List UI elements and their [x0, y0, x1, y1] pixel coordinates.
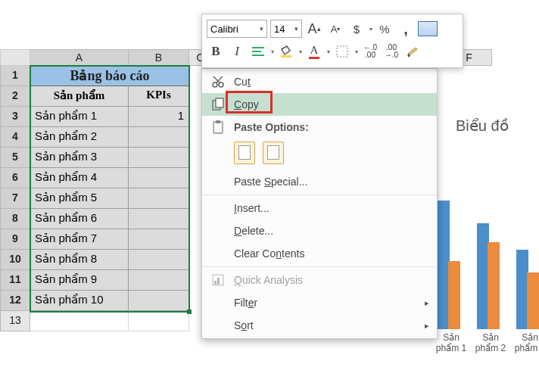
- font-size-combo[interactable]: 14 ▾: [270, 20, 302, 38]
- ctx-filter[interactable]: Filter ▸: [202, 291, 437, 314]
- context-menu: Cut Copy Paste Options: Paste Special...…: [201, 68, 438, 339]
- spreadsheet-grid: 1 2 Sản phẩm KPIs 3 Sản phẩm 1 1 4 Sản p…: [0, 66, 189, 331]
- paste-values-button[interactable]: [263, 142, 284, 164]
- svg-rect-4: [337, 46, 347, 57]
- cell[interactable]: Sản phẩm 3: [30, 148, 129, 168]
- col-header-b[interactable]: B: [129, 49, 189, 66]
- align-button[interactable]: [249, 42, 267, 61]
- chevron-down-icon[interactable]: ▾: [369, 26, 372, 33]
- cell[interactable]: [129, 188, 189, 209]
- row-header[interactable]: 4: [0, 127, 30, 148]
- decrease-font-button[interactable]: A▾: [326, 20, 344, 38]
- cell[interactable]: [129, 209, 189, 229]
- svg-rect-14: [214, 281, 217, 285]
- row-header[interactable]: 3: [0, 107, 30, 127]
- header-cell-b[interactable]: KPIs: [129, 86, 189, 107]
- font-color-button[interactable]: A: [305, 42, 323, 61]
- increase-decimal-button[interactable]: ←.0.00: [361, 42, 379, 61]
- cell[interactable]: Sản phẩm 6: [30, 209, 129, 229]
- x-axis-label: Sảnphẩm 2: [471, 332, 510, 353]
- italic-button[interactable]: I: [228, 42, 246, 61]
- ctx-quick-label: Quick Analysis: [234, 274, 303, 286]
- cell[interactable]: Sản phẩm 1: [30, 107, 129, 127]
- chevron-down-icon[interactable]: ▾: [299, 48, 302, 55]
- ctx-clear[interactable]: Clear Contents: [202, 242, 437, 265]
- bucket-icon: [279, 45, 293, 58]
- format-painter-button[interactable]: [403, 42, 422, 61]
- svg-rect-3: [281, 55, 291, 58]
- percent-button[interactable]: %: [375, 20, 394, 38]
- bold-button[interactable]: B: [207, 42, 225, 61]
- ctx-copy[interactable]: Copy: [202, 93, 437, 116]
- row-header[interactable]: 11: [0, 270, 30, 291]
- ctx-delete[interactable]: Delete...: [202, 219, 437, 242]
- fill-color-button[interactable]: [277, 42, 295, 61]
- ctx-copy-label: Copy: [234, 98, 259, 110]
- chevron-down-icon[interactable]: ▾: [355, 48, 358, 55]
- bar: [527, 272, 539, 329]
- cell[interactable]: Sản phẩm 7: [30, 229, 129, 250]
- merge-center-button[interactable]: [418, 20, 438, 38]
- header-cell-a[interactable]: Sản phẩm: [30, 86, 129, 107]
- quick-analysis-icon: [210, 272, 226, 288]
- row-header[interactable]: 5: [0, 148, 30, 168]
- cell[interactable]: [129, 291, 189, 311]
- increase-font-button[interactable]: A▴: [305, 20, 323, 38]
- row-header[interactable]: 6: [0, 168, 30, 188]
- cell[interactable]: [129, 250, 189, 270]
- cell[interactable]: [129, 148, 189, 168]
- ctx-insert[interactable]: Insert...: [202, 197, 437, 219]
- ctx-cut-label: Cut: [234, 76, 251, 88]
- ctx-sort[interactable]: Sort ▸: [202, 314, 437, 337]
- cell[interactable]: 1: [129, 107, 189, 127]
- decrease-decimal-button[interactable]: .00→.0: [382, 42, 400, 61]
- row-header[interactable]: 8: [0, 209, 30, 229]
- comma-button[interactable]: ,: [397, 20, 415, 38]
- chart-area[interactable]: Sảnphẩm 1 Sảnphẩm 2 Sảnphẩm 3: [438, 185, 539, 352]
- ctx-cut[interactable]: Cut: [202, 70, 437, 93]
- cell[interactable]: Sản phẩm 10: [30, 291, 129, 311]
- chevron-down-icon[interactable]: ▾: [271, 48, 274, 55]
- cell[interactable]: [129, 311, 189, 331]
- row-header[interactable]: 2: [0, 86, 30, 107]
- bar: [448, 261, 460, 329]
- ctx-delete-label: Delete...: [234, 225, 273, 237]
- row-header[interactable]: 13: [0, 311, 30, 331]
- svg-rect-15: [217, 278, 220, 285]
- merged-title-cell[interactable]: Bảng báo cáo: [30, 66, 189, 86]
- scissors-icon: [210, 73, 226, 90]
- row-header[interactable]: 9: [0, 229, 30, 250]
- font-name-label: Calibri: [210, 23, 238, 35]
- bar: [488, 242, 500, 329]
- separator: [202, 194, 437, 195]
- copy-icon: [210, 96, 226, 113]
- row-header[interactable]: 12: [0, 291, 30, 311]
- cell[interactable]: [30, 311, 129, 331]
- ctx-filter-label: Filter: [234, 297, 257, 309]
- ctx-paste-label: Paste Options:: [234, 121, 309, 133]
- font-name-combo[interactable]: Calibri ▾: [207, 20, 267, 38]
- paste-button[interactable]: [234, 142, 255, 164]
- clipboard-icon: [210, 119, 226, 135]
- cell[interactable]: [129, 127, 189, 148]
- col-header-a[interactable]: A: [30, 49, 129, 66]
- cell[interactable]: Sản phẩm 5: [30, 188, 129, 209]
- ctx-paste-special[interactable]: Paste Special...: [202, 170, 437, 193]
- chevron-down-icon[interactable]: ▾: [327, 48, 330, 55]
- row-header[interactable]: 10: [0, 250, 30, 270]
- cell[interactable]: Sản phẩm 2: [30, 127, 129, 148]
- ctx-paste-options: Paste Options:: [202, 116, 437, 138]
- cell[interactable]: Sản phẩm 4: [30, 168, 129, 188]
- cell[interactable]: Sản phẩm 9: [30, 270, 129, 291]
- cell[interactable]: [129, 229, 189, 250]
- row-header[interactable]: 7: [0, 188, 30, 209]
- borders-button[interactable]: [333, 42, 351, 61]
- select-all-corner[interactable]: [0, 49, 30, 66]
- border-icon: [336, 45, 348, 58]
- ctx-sort-label: Sort: [234, 319, 254, 331]
- cell[interactable]: [129, 270, 189, 291]
- cell[interactable]: [129, 168, 189, 188]
- cell[interactable]: Sản phẩm 8: [30, 250, 129, 270]
- row-header[interactable]: 1: [0, 66, 30, 86]
- currency-button[interactable]: $: [347, 20, 366, 38]
